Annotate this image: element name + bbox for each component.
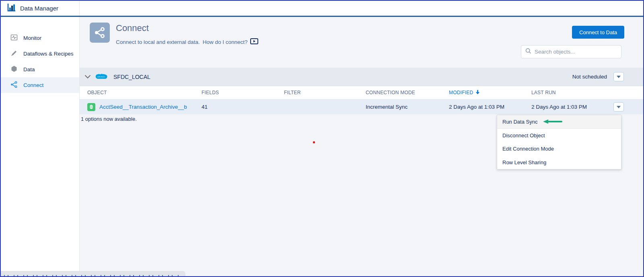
cell-last-run: 2 Days Ago at 1:03 PM [531, 104, 613, 110]
pencil-icon [10, 50, 18, 58]
collapse-chevron-icon[interactable] [84, 75, 91, 79]
table-row[interactable]: AcctSeed__Transaction_Archive__b 41 Incr… [80, 99, 643, 114]
help-link[interactable]: How do I connect? [203, 39, 248, 45]
connect-page-icon [90, 23, 110, 43]
cell-modified: 2 Days Ago at 1:03 PM [449, 104, 531, 110]
video-play-icon[interactable] [250, 38, 258, 45]
clipped-status-bar [1, 271, 185, 276]
cell-connection-mode: Incremental Sync [366, 104, 449, 110]
menu-item-edit-connection-mode[interactable]: Edit Connection Mode [497, 142, 621, 156]
column-header-modified[interactable]: MODIFIED [449, 90, 531, 96]
sidebar-item-label: Dataflows & Recipes [23, 51, 74, 57]
column-header-object[interactable]: OBJECT [87, 90, 202, 95]
data-manager-window: Data Manager Monitor [0, 0, 644, 277]
sidebar-item-label: Data [23, 66, 35, 72]
sidebar-item-dataflows-recipes[interactable]: Dataflows & Recipes [1, 46, 79, 62]
sort-arrow-down-icon [475, 90, 480, 96]
app-title: Data Manager [20, 5, 58, 12]
object-name-link[interactable]: AcctSeed__Transaction_Archive__b [99, 104, 187, 110]
hexagon-icon [10, 65, 18, 74]
connection-name: SFDC_LOCAL [113, 74, 150, 80]
sidebar-item-connect[interactable]: Connect [1, 77, 79, 93]
bar-chart-icon [7, 3, 16, 14]
row-actions-menu-button[interactable] [613, 102, 624, 112]
sidebar-item-monitor[interactable]: Monitor [1, 30, 79, 46]
app-brand: Data Manager [1, 1, 80, 16]
menu-item-run-data-sync[interactable]: Run Data Sync [497, 115, 621, 129]
column-header-connection-mode[interactable]: CONNECTION MODE [366, 90, 449, 95]
cell-fields: 41 [202, 104, 284, 110]
sidebar: Monitor Dataflows & Recipes [1, 17, 80, 276]
green-left-arrow-annotation [543, 119, 563, 124]
page-subtitle: Connect to local and external data. [116, 39, 200, 45]
search-box[interactable] [521, 45, 621, 58]
menu-item-disconnect-object[interactable]: Disconnect Object [497, 129, 621, 143]
sidebar-item-data[interactable]: Data [1, 62, 79, 77]
monitor-pulse-icon [10, 34, 18, 42]
svg-text:salesforce: salesforce [97, 75, 105, 77]
object-database-icon [87, 103, 95, 111]
connection-menu-button[interactable] [613, 72, 624, 81]
top-bar: Data Manager [1, 1, 643, 16]
sidebar-item-label: Connect [23, 82, 43, 88]
column-header-fields[interactable]: FIELDS [202, 90, 284, 95]
connection-section-bar: salesforce SFDC_LOCAL Not scheduled [80, 68, 643, 86]
sidebar-item-label: Monitor [23, 35, 41, 41]
salesforce-cloud-icon: salesforce [95, 72, 108, 81]
menu-item-row-level-sharing[interactable]: Row Level Sharing [497, 156, 621, 170]
search-input[interactable] [535, 49, 617, 55]
table-header: OBJECT FIELDS FILTER CONNECTION MODE MOD… [80, 86, 643, 99]
click-marker-dot [313, 141, 315, 143]
search-icon [525, 48, 531, 56]
row-actions-dropdown-menu: Run Data Sync Disconnect Object Edit Con… [497, 115, 621, 170]
column-header-filter[interactable]: FILTER [284, 90, 366, 95]
connect-to-data-button[interactable]: Connect to Data [572, 26, 624, 39]
schedule-status: Not scheduled [572, 74, 607, 80]
page-title: Connect [116, 23, 149, 33]
page-header: Connect Connect to local and external da… [80, 17, 643, 68]
share-network-icon [10, 81, 18, 89]
column-header-last-run[interactable]: LAST RUN [531, 90, 613, 95]
